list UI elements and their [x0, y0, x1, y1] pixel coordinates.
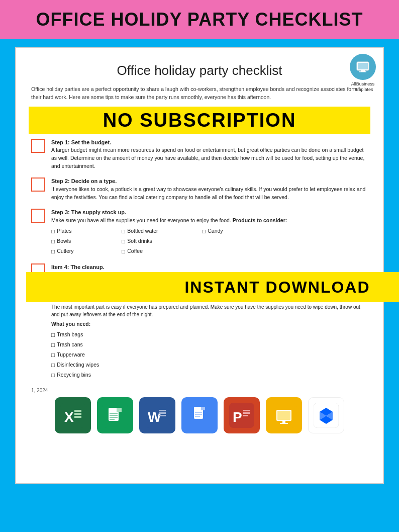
svg-rect-7 — [74, 413, 81, 415]
dropbox-icon[interactable] — [308, 397, 344, 433]
supply-candy: Candy — [202, 227, 262, 236]
svg-text:P: P — [233, 409, 242, 425]
svg-rect-24 — [195, 412, 202, 413]
step-1-title: Step 1: Set the budget. — [51, 138, 368, 147]
step-2-body: If everyone likes to cook, a potluck is … — [51, 186, 368, 202]
step-3-body: Make sure you have all the supplies you … — [51, 217, 368, 225]
google-sheets-icon[interactable] — [97, 397, 133, 433]
logo-text: AllBusinessTemplates — [351, 81, 375, 93]
excel-icon[interactable]: X — [55, 397, 91, 433]
powerpoint-icon[interactable]: P — [224, 397, 260, 433]
supply-soft-drinks: Soft drinks — [122, 237, 202, 246]
step-3-checkbox[interactable] — [31, 209, 45, 223]
watermark-no-subscription: NO SUBSCRIPTION — [29, 107, 370, 134]
svg-rect-26 — [195, 416, 200, 417]
cleanup-recycling-bins: Recycling bins — [51, 371, 368, 380]
svg-rect-20 — [159, 415, 166, 416]
svg-rect-11 — [117, 408, 122, 412]
date-line: 1, 2024 — [31, 388, 368, 393]
what-you-need-label: What you need: — [51, 320, 368, 328]
svg-rect-2 — [361, 70, 365, 71]
supply-grid: Plates Bottled water Candy Bowls Soft dr… — [51, 227, 368, 256]
svg-rect-3 — [359, 71, 366, 72]
cleanup-tupperware: Tupperware — [51, 350, 368, 360]
cleanup-grid: Trash bags Trash cans Tupperware Disinfe… — [51, 330, 368, 380]
step-3-title: Step 3: The supply stock up. — [51, 208, 368, 217]
step-4-body: The most important part is easy if every… — [51, 303, 368, 318]
logo-area: AllBusinessTemplates — [350, 54, 376, 93]
svg-rect-14 — [110, 417, 118, 418]
step-4-content: Item 4: The cleanup. INSTANT DOWNLOAD Th… — [51, 263, 368, 380]
svg-rect-29 — [243, 410, 250, 411]
cleanup-trash-cans: Trash cans — [51, 340, 368, 349]
page-title: OFFICE HOLIDY PARTY CHECKLIST — [5, 9, 394, 30]
word-icon[interactable]: W — [139, 397, 175, 433]
supply-coffee: Coffee — [122, 247, 202, 256]
svg-rect-23 — [201, 407, 205, 410]
step-2-title: Step 2: Decide on a type. — [51, 177, 368, 186]
step-1-body: A larger budget might mean more resource… — [51, 146, 368, 170]
svg-rect-36 — [280, 423, 288, 424]
step-4: Item 4: The cleanup. INSTANT DOWNLOAD Th… — [31, 263, 368, 380]
document-area: AllBusinessTemplates Office holiday part… — [15, 47, 384, 484]
svg-rect-12 — [110, 413, 118, 414]
svg-rect-19 — [159, 412, 166, 414]
cleanup-trash-bags: Trash bags — [51, 330, 368, 339]
svg-rect-6 — [74, 410, 81, 412]
header-banner: OFFICE HOLIDY PARTY CHECKLIST — [0, 0, 399, 41]
supply-cutlery: Cutlery — [51, 247, 122, 256]
svg-rect-31 — [243, 415, 248, 416]
svg-text:W: W — [148, 409, 161, 425]
watermark-instant-download: INSTANT DOWNLOAD — [26, 272, 399, 302]
step-3: Step 3: The supply stock up. Make sure y… — [31, 208, 368, 255]
svg-text:X: X — [64, 409, 74, 425]
cleanup-disinfecting-wipes: Disinfecting wipes — [51, 361, 368, 370]
supply-bowls: Bowls — [51, 237, 122, 246]
google-docs-icon[interactable] — [181, 397, 218, 433]
svg-rect-13 — [110, 415, 118, 416]
supply-bottled-water: Bottled water — [122, 227, 202, 236]
svg-rect-35 — [282, 421, 285, 423]
logo-circle — [350, 54, 376, 80]
step-4-title: Item 4: The cleanup. — [51, 263, 368, 272]
supply-plates: Plates — [51, 227, 122, 236]
step-2: Step 2: Decide on a type. If everyone li… — [31, 177, 368, 201]
svg-rect-8 — [74, 416, 81, 418]
svg-rect-25 — [195, 414, 202, 415]
step-2-checkbox[interactable] — [31, 178, 45, 192]
app-icons-row: X W — [31, 397, 368, 433]
step-3-content: Step 3: The supply stock up. Make sure y… — [51, 208, 368, 255]
document-title: Office holiday party checklist — [31, 63, 368, 78]
svg-rect-30 — [243, 412, 250, 414]
step-2-content: Step 2: Decide on a type. If everyone li… — [51, 177, 368, 201]
svg-rect-18 — [159, 410, 166, 411]
intro-text: Office holiday parties are a perfect opp… — [31, 85, 368, 102]
step-1-content: Step 1: Set the budget. A larger budget … — [51, 138, 368, 170]
step-1-checkbox[interactable] — [31, 139, 45, 153]
svg-rect-1 — [358, 63, 368, 69]
step-1: Step 1: Set the budget. A larger budget … — [31, 138, 368, 170]
svg-rect-15 — [110, 419, 115, 420]
svg-rect-34 — [277, 411, 290, 420]
products-label: Products to consider: — [233, 217, 287, 223]
google-slides-icon[interactable] — [266, 397, 302, 433]
